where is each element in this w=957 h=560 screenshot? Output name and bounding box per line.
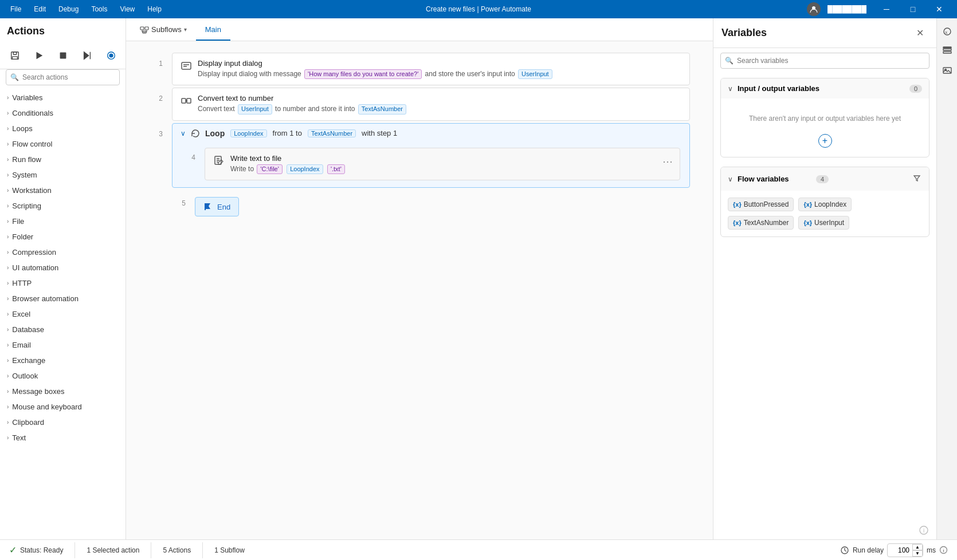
chevron-icon: › (7, 295, 9, 302)
category-ui-automation[interactable]: › UI automation (0, 260, 125, 275)
flow-var-chip-loopindex[interactable]: {x} LoopIndex (798, 198, 852, 211)
subflows-button[interactable]: Subflows ▾ (133, 21, 194, 39)
variables-close-button[interactable]: ✕ (912, 25, 928, 41)
category-file[interactable]: › File (0, 214, 125, 229)
search-actions-input[interactable] (6, 69, 120, 85)
variables-spacer (713, 242, 936, 521)
window-controls[interactable]: ─ □ ✕ (873, 0, 952, 18)
chevron-icon: › (7, 172, 9, 178)
run-delay-group: Run delay 100 ▲ ▼ ms (840, 543, 948, 557)
category-scripting[interactable]: › Scripting (0, 198, 125, 214)
statusbar-sep-3 (202, 542, 203, 558)
category-conditionals[interactable]: › Conditionals (0, 105, 125, 121)
step-card-1[interactable]: Display input dialog Display input dialo… (172, 53, 690, 85)
run-delay-label: Run delay (853, 546, 884, 554)
step-content-4: Write text to file Write to 'C:\file' Lo… (230, 154, 672, 174)
category-database[interactable]: › Database (0, 322, 125, 337)
category-email[interactable]: › Email (0, 337, 125, 353)
step-number-1: 1 (149, 53, 172, 68)
category-label: Outlook (12, 372, 38, 380)
tab-main[interactable]: Main (196, 19, 230, 41)
menu-view[interactable]: View (114, 3, 140, 15)
menu-file[interactable]: File (5, 3, 27, 15)
status-icon: ✓ (9, 545, 17, 555)
run-delay-increment[interactable]: ▲ (912, 544, 923, 550)
maximize-button[interactable]: □ (900, 0, 926, 18)
avatar[interactable] (807, 2, 821, 16)
titlebar: File Edit Debug Tools View Help Create n… (0, 0, 957, 18)
layers-button[interactable] (939, 42, 956, 60)
flow-vars-title: Flow variables (738, 175, 811, 183)
run-button[interactable] (29, 46, 49, 65)
category-mouse-keyboard[interactable]: › Mouse and keyboard (0, 399, 125, 415)
actions-panel: Actions (0, 18, 126, 539)
flow-variables-header[interactable]: ∨ Flow variables 4 (721, 167, 929, 191)
flow-var-chip-textasnumber[interactable]: {x} TextAsNumber (728, 216, 794, 230)
category-clipboard[interactable]: › Clipboard (0, 415, 125, 430)
variables-header: Variables ✕ (713, 18, 936, 48)
run-delay-decrement[interactable]: ▼ (912, 550, 923, 557)
menu-tools[interactable]: Tools (85, 3, 113, 15)
category-flow-control[interactable]: › Flow control (0, 136, 125, 152)
category-run-flow[interactable]: › Run flow (0, 152, 125, 167)
menu-edit[interactable]: Edit (28, 3, 52, 15)
input-output-header[interactable]: ∨ Input / output variables 0 (721, 78, 929, 98)
step-button[interactable] (77, 46, 97, 65)
io-add-button[interactable]: + (728, 134, 922, 148)
category-http[interactable]: › HTTP (0, 275, 125, 291)
menu-bar[interactable]: File Edit Debug Tools View Help (5, 3, 167, 15)
step-content-1: Display input dialog Display input dialo… (198, 59, 681, 79)
canvas-area: Subflows ▾ Main 1 Displ (126, 18, 713, 539)
end-card[interactable]: End (195, 197, 239, 216)
category-compression[interactable]: › Compression (0, 244, 125, 260)
category-workstation[interactable]: › Workstation (0, 183, 125, 198)
chevron-icon: › (7, 280, 9, 286)
category-browser-automation[interactable]: › Browser automation (0, 291, 125, 306)
minimize-button[interactable]: ─ (873, 0, 900, 18)
statusbar-sep-2 (151, 542, 151, 558)
category-system[interactable]: › System (0, 167, 125, 183)
io-section-content: There aren't any input or output variabl… (721, 98, 929, 157)
record-button[interactable] (101, 46, 121, 65)
flow-vars-filter-button[interactable] (912, 173, 922, 185)
total-actions: 5 Actions (163, 546, 191, 554)
flow-var-chip-userinput[interactable]: {x} UserInput (798, 216, 849, 230)
flow-var-chip-buttonpressed[interactable]: {x} ButtonPressed (728, 198, 794, 211)
step-icon-4 (213, 155, 225, 169)
step-row-2: 2 Convert text to number Convert text Us… (149, 88, 690, 120)
menu-help[interactable]: Help (142, 3, 167, 15)
category-text[interactable]: › Text (0, 430, 125, 445)
add-variable-icon[interactable]: + (818, 134, 832, 148)
category-loops[interactable]: › Loops (0, 121, 125, 136)
loop-collapse-button[interactable]: ∨ (181, 129, 186, 137)
flow-variables-content: {x} ButtonPressed {x} LoopIndex {x} Text… (721, 191, 929, 236)
category-excel[interactable]: › Excel (0, 306, 125, 322)
category-variables[interactable]: › Variables (0, 90, 125, 105)
category-label: Database (12, 325, 44, 334)
category-label: HTTP (12, 279, 32, 287)
category-exchange[interactable]: › Exchange (0, 353, 125, 368)
run-delay-input[interactable]: 100 (888, 546, 913, 554)
images-button[interactable] (939, 62, 956, 79)
write-to-file-icon (213, 155, 225, 167)
category-message-boxes[interactable]: › Message boxes (0, 384, 125, 399)
chevron-icon: › (7, 435, 9, 441)
close-button[interactable]: ✕ (926, 0, 952, 18)
category-outlook[interactable]: › Outlook (0, 368, 125, 384)
category-folder[interactable]: › Folder (0, 229, 125, 244)
save-button[interactable] (5, 46, 25, 65)
step-card-2[interactable]: Convert text to number Convert text User… (172, 88, 690, 120)
step-more-button-4[interactable]: ⋯ (660, 153, 675, 170)
stop-button[interactable] (53, 46, 73, 65)
var-label-loopindex: LoopIndex (814, 200, 846, 208)
str-badge-path: 'C:\file' (257, 164, 282, 174)
loop-header[interactable]: ∨ Loop LoopIndex from 1 to TextAsNumber … (172, 124, 689, 143)
svg-marker-4 (37, 52, 43, 59)
search-variables-input[interactable] (720, 53, 929, 69)
step-card-4[interactable]: Write text to file Write to 'C:\file' Lo… (205, 148, 680, 180)
chevron-icon: › (7, 110, 9, 116)
info-icon[interactable] (939, 546, 948, 554)
variables-panel-button[interactable]: x (939, 23, 956, 40)
menu-debug[interactable]: Debug (53, 3, 84, 15)
actions-list: › Variables › Conditionals › Loops › Flo… (0, 90, 125, 539)
